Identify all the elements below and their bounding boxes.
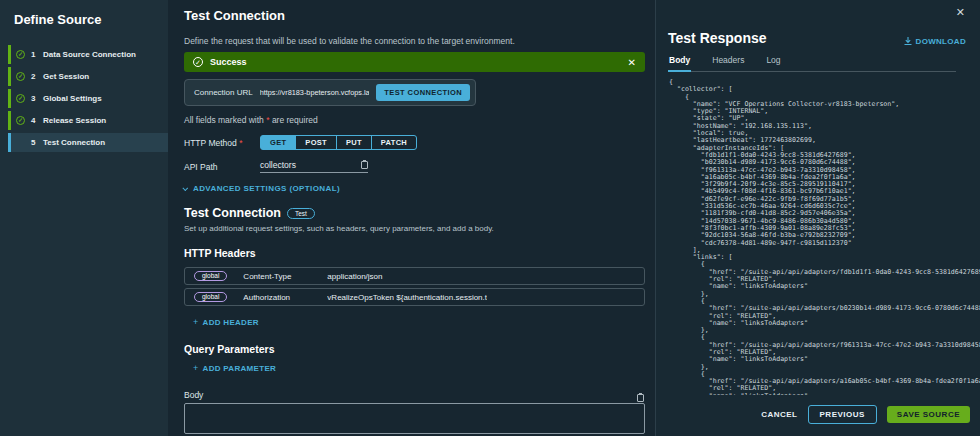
- api-path-row: API Path collectors: [184, 160, 645, 173]
- step-label: Release Session: [43, 116, 106, 125]
- step-complete-check-icon: ✓: [16, 116, 25, 125]
- required-note-prefix: All fields marked with: [184, 115, 266, 125]
- body-textarea[interactable]: [184, 403, 645, 434]
- download-label: DOWNLOAD: [916, 37, 966, 46]
- connection-url-card: Connection URL https://vr8183-bpeterson.…: [184, 79, 476, 106]
- wizard-footer: CANCEL PREVIOUS SAVE SOURCE: [761, 405, 970, 424]
- method-put-button[interactable]: PUT: [336, 135, 372, 150]
- sidebar-step-data-source-connection[interactable]: ✓ 1 Data Source Connection: [8, 45, 168, 64]
- add-parameter-button[interactable]: + ADD PARAMETER: [193, 363, 276, 373]
- step-status-bar: [8, 45, 11, 64]
- method-get-button[interactable]: GET: [260, 135, 296, 150]
- header-key: Content-Type: [243, 272, 327, 281]
- http-method-label-text: HTTP Method: [184, 138, 239, 148]
- previous-button[interactable]: PREVIOUS: [808, 405, 877, 424]
- step-number: 5: [31, 138, 43, 147]
- chevron-down-icon: [182, 185, 188, 191]
- step-complete-check-icon: ✓: [16, 94, 25, 103]
- method-post-button[interactable]: POST: [295, 135, 337, 150]
- step-label: Test Connection: [43, 138, 105, 147]
- method-patch-button[interactable]: PATCH: [371, 135, 417, 150]
- alert-close-icon[interactable]: ✕: [628, 57, 636, 68]
- add-header-label: ADD HEADER: [203, 318, 259, 327]
- define-source-modal: Define Source ✓ 1 Data Source Connection…: [0, 0, 980, 436]
- step-status-bar: [8, 67, 11, 86]
- step-status-bar: [8, 89, 11, 108]
- success-alert: ✓ Success ✕: [184, 52, 645, 72]
- wizard-sidebar: Define Source ✓ 1 Data Source Connection…: [0, 0, 168, 436]
- advanced-settings-toggle[interactable]: ADVANCED SETTINGS (OPTIONAL): [184, 184, 645, 193]
- sidebar-step-release-session[interactable]: ✓ 4 Release Session: [8, 111, 168, 130]
- step-status-bar: [8, 111, 11, 130]
- required-fields-note: All fields marked with * are required: [184, 115, 645, 125]
- add-parameter-label: ADD PARAMETER: [203, 364, 277, 373]
- http-headers-list: global Content-Type application/json glo…: [184, 267, 645, 306]
- step-number: 1: [31, 50, 43, 59]
- section-description: Set up additional request settings, such…: [184, 224, 645, 233]
- step-number: 2: [31, 72, 43, 81]
- tab-body[interactable]: Body: [668, 55, 691, 72]
- required-asterisk: *: [239, 138, 242, 148]
- http-method-button-group: GET POST PUT PATCH: [260, 135, 417, 150]
- api-path-label: API Path: [184, 162, 260, 172]
- test-connection-panel: Test Connection Define the request that …: [168, 0, 655, 436]
- save-source-button[interactable]: SAVE SOURCE: [887, 406, 970, 423]
- response-tabs: Body Headers Log: [668, 55, 956, 72]
- step-label: Global Settings: [43, 94, 102, 103]
- plus-icon: +: [193, 317, 199, 327]
- test-connection-settings-section: Test Connection Test Set up additional r…: [184, 206, 645, 434]
- api-path-clipboard-icon[interactable]: [361, 161, 368, 169]
- test-connection-button[interactable]: TEST CONNECTION: [376, 84, 470, 101]
- test-response-panel: ✕ Test Response DOWNLOAD Body Headers Lo…: [655, 0, 980, 436]
- download-icon: [904, 37, 912, 46]
- http-method-label: HTTP Method *: [184, 138, 260, 148]
- wizard-steps: ✓ 1 Data Source Connection ✓ 2 Get Sessi…: [8, 45, 168, 152]
- step-complete-check-icon: ✓: [16, 50, 25, 59]
- query-parameters-title: Query Parameters: [184, 343, 645, 355]
- tab-log[interactable]: Log: [765, 55, 781, 71]
- sidebar-step-get-session[interactable]: ✓ 2 Get Session: [8, 67, 168, 86]
- header-row-authorization[interactable]: global Authorization vRealizeOpsToken ${…: [184, 288, 645, 306]
- api-path-input[interactable]: collectors: [260, 160, 368, 173]
- required-note-suffix: are required: [270, 115, 318, 125]
- step-number: 4: [31, 116, 43, 125]
- section-title: Test Connection: [184, 206, 281, 220]
- step-number: 3: [31, 94, 43, 103]
- success-check-icon: ✓: [193, 57, 203, 67]
- sidebar-step-global-settings[interactable]: ✓ 3 Global Settings: [8, 89, 168, 108]
- cancel-button[interactable]: CANCEL: [761, 410, 797, 419]
- global-scope-badge: global: [194, 271, 227, 281]
- test-badge: Test: [287, 208, 315, 219]
- step-complete-check-icon: ✓: [16, 72, 25, 81]
- header-row-content-type[interactable]: global Content-Type application/json: [184, 267, 645, 285]
- wizard-title: Define Source: [14, 12, 154, 27]
- body-editor-icon[interactable]: [637, 394, 644, 402]
- add-header-button[interactable]: + ADD HEADER: [193, 317, 259, 327]
- connection-url-label: Connection URL: [194, 88, 253, 97]
- page-title: Test Connection: [184, 8, 645, 23]
- step-label: Data Source Connection: [43, 50, 136, 59]
- api-path-value: collectors: [260, 160, 361, 170]
- global-scope-badge: global: [194, 292, 227, 302]
- response-body-json[interactable]: { "collector": [ { "name": "VCF Operatio…: [669, 79, 980, 395]
- section-title-row: Test Connection Test: [184, 206, 645, 220]
- step-label: Get Session: [43, 72, 89, 81]
- header-value: application/json: [327, 272, 382, 281]
- http-headers-title: HTTP Headers: [184, 247, 645, 259]
- download-button[interactable]: DOWNLOAD: [904, 37, 966, 46]
- response-title: Test Response: [668, 30, 767, 46]
- plus-icon: +: [193, 363, 199, 373]
- step-status-bar: [8, 133, 11, 152]
- header-key: Authorization: [243, 293, 327, 302]
- sidebar-step-test-connection[interactable]: 5 Test Connection: [8, 133, 168, 152]
- advanced-settings-label: ADVANCED SETTINGS (OPTIONAL): [193, 184, 340, 193]
- header-value: vRealizeOpsToken ${authentication.sessio…: [327, 293, 487, 302]
- response-header: Test Response DOWNLOAD: [668, 30, 966, 46]
- page-description: Define the request that will be used to …: [184, 36, 645, 46]
- tab-headers[interactable]: Headers: [711, 55, 745, 71]
- http-method-row: HTTP Method * GET POST PUT PATCH: [184, 135, 645, 150]
- success-alert-text: Success: [210, 57, 621, 67]
- modal-close-icon[interactable]: ✕: [956, 6, 965, 19]
- body-label: Body: [184, 390, 645, 400]
- connection-url-value: https://vr8183-bpeterson.vcfops.lab:443/…: [260, 88, 370, 97]
